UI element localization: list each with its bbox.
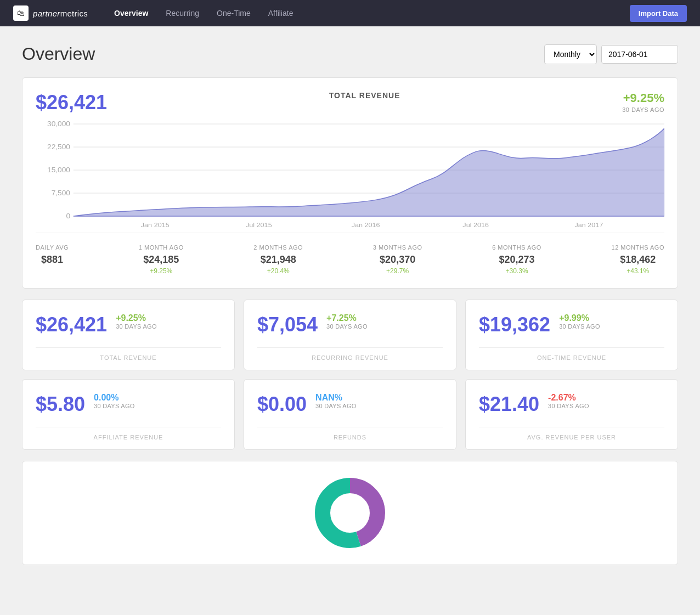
page-content: Overview Monthly Weekly Daily $26,421 TO…: [0, 26, 700, 594]
metric-card-2: $19,362 +9.99% 30 DAYS AGO ONE-TIME REVE…: [465, 300, 678, 370]
chart-svg: 30,000 22,500 15,000 7,500 0 Jan 2015 Ju…: [36, 119, 664, 228]
svg-text:Jan 2016: Jan 2016: [352, 222, 380, 228]
metric-change-label-5: 30 DAYS AGO: [548, 403, 589, 409]
metric-title-2: ONE-TIME REVENUE: [479, 347, 664, 361]
metric-value-4: $0.00: [257, 393, 307, 416]
stat-2mo: 2 MONTHS AGO $21,948 +20.4%: [253, 244, 303, 275]
brand-logo[interactable]: 🛍 partnermetrics: [13, 5, 88, 21]
nav-onetime[interactable]: One-Time: [208, 0, 259, 26]
metric-change-pct-2: +9.99%: [559, 313, 600, 323]
stats-row: DAILY AVG $881 1 MONTH AGO $24,185 +9.25…: [36, 233, 664, 275]
chart-change: +9.25% 30 DAYS AGO: [622, 91, 664, 113]
page-controls: Monthly Weekly Daily: [544, 44, 678, 64]
metric-change-pct-1: +7.25%: [326, 313, 368, 323]
donut-chart: [312, 475, 388, 551]
metric-top-3: $5.80 0.00% 30 DAYS AGO: [36, 393, 221, 416]
chart-title: TOTAL REVENUE: [329, 91, 400, 100]
metric-top-1: $7,054 +7.25% 30 DAYS AGO: [257, 313, 443, 336]
metric-change-2: +9.99% 30 DAYS AGO: [559, 313, 600, 330]
metric-grid: $26,421 +9.25% 30 DAYS AGO TOTAL REVENUE…: [22, 300, 678, 450]
svg-text:Jul 2016: Jul 2016: [462, 222, 489, 228]
import-data-button[interactable]: Import Data: [630, 5, 687, 22]
metric-change-pct-4: NAN%: [315, 393, 357, 403]
chart-change-pct: +9.25%: [622, 91, 664, 105]
brand-icon: 🛍: [13, 5, 29, 21]
metric-change-pct-3: 0.00%: [94, 393, 135, 403]
chart-change-label: 30 DAYS AGO: [622, 106, 664, 113]
svg-text:15,000: 15,000: [47, 166, 70, 174]
metric-change-1: +7.25% 30 DAYS AGO: [326, 313, 368, 330]
metric-change-3: 0.00% 30 DAYS AGO: [94, 393, 135, 409]
page-header: Overview Monthly Weekly Daily: [22, 44, 678, 64]
period-select[interactable]: Monthly Weekly Daily: [544, 44, 597, 64]
stat-1mo: 1 MONTH AGO $24,185 +9.25%: [139, 244, 184, 275]
chart-big-value: $26,421: [36, 91, 107, 114]
navbar: 🛍 partnermetrics Overview Recurring One-…: [0, 0, 700, 26]
metric-value-5: $21.40: [479, 393, 539, 416]
svg-text:Jan 2017: Jan 2017: [575, 222, 603, 228]
date-input[interactable]: [601, 45, 678, 64]
metric-change-0: +9.25% 30 DAYS AGO: [116, 313, 157, 330]
metric-change-label-2: 30 DAYS AGO: [559, 323, 600, 330]
metric-change-label-1: 30 DAYS AGO: [326, 323, 368, 330]
metric-change-pct-5: -2.67%: [548, 393, 589, 403]
metric-card-1: $7,054 +7.25% 30 DAYS AGO RECURRING REVE…: [244, 300, 456, 370]
metric-value-1: $7,054: [257, 313, 318, 336]
stat-daily-avg: DAILY AVG $881: [36, 244, 69, 275]
metric-change-label-0: 30 DAYS AGO: [116, 323, 157, 330]
metric-value-3: $5.80: [36, 393, 85, 416]
metric-top-4: $0.00 NAN% 30 DAYS AGO: [257, 393, 443, 416]
nav-overview[interactable]: Overview: [105, 0, 157, 26]
svg-text:0: 0: [66, 212, 70, 220]
stat-6mo: 6 MONTHS AGO $20,273 +30.3%: [492, 244, 541, 275]
metric-card-0: $26,421 +9.25% 30 DAYS AGO TOTAL REVENUE: [22, 300, 235, 370]
svg-text:Jul 2015: Jul 2015: [246, 222, 272, 228]
metric-top-2: $19,362 +9.99% 30 DAYS AGO: [479, 313, 664, 336]
metric-card-4: $0.00 NAN% 30 DAYS AGO REFUNDS: [244, 379, 456, 450]
metric-change-label-3: 30 DAYS AGO: [94, 403, 135, 409]
metric-card-3: $5.80 0.00% 30 DAYS AGO AFFILIATE REVENU…: [22, 379, 235, 450]
metric-change-pct-0: +9.25%: [116, 313, 157, 323]
svg-text:22,500: 22,500: [47, 143, 70, 151]
stat-3mo: 3 MONTHS AGO $20,370 +29.7%: [373, 244, 422, 275]
nav-links: Overview Recurring One-Time Affiliate: [105, 0, 630, 26]
metric-title-1: RECURRING REVENUE: [257, 347, 443, 361]
metric-value-0: $26,421: [36, 313, 107, 336]
metric-value-2: $19,362: [479, 313, 550, 336]
metric-top-0: $26,421 +9.25% 30 DAYS AGO: [36, 313, 221, 336]
brand-name: partnermetrics: [33, 9, 88, 18]
metric-title-3: AFFILIATE REVENUE: [36, 427, 221, 441]
metric-change-4: NAN% 30 DAYS AGO: [315, 393, 357, 409]
donut-card: [22, 461, 678, 565]
metric-card-5: $21.40 -2.67% 30 DAYS AGO AVG. REVENUE P…: [465, 379, 678, 450]
metric-change-label-4: 30 DAYS AGO: [315, 403, 357, 409]
metric-top-5: $21.40 -2.67% 30 DAYS AGO: [479, 393, 664, 416]
stat-12mo: 12 MONTHS AGO $18,462 +43.1%: [612, 244, 664, 275]
metric-title-5: AVG. REVENUE PER USER: [479, 427, 664, 441]
page-title: Overview: [22, 44, 95, 64]
main-chart-card: $26,421 TOTAL REVENUE +9.25% 30 DAYS AGO…: [22, 77, 678, 289]
metric-change-5: -2.67% 30 DAYS AGO: [548, 393, 589, 409]
svg-text:30,000: 30,000: [47, 120, 70, 128]
metric-title-4: REFUNDS: [257, 427, 443, 441]
svg-text:7,500: 7,500: [52, 189, 70, 197]
chart-header: $26,421 TOTAL REVENUE +9.25% 30 DAYS AGO: [36, 91, 664, 114]
metric-title-0: TOTAL REVENUE: [36, 347, 221, 361]
svg-text:Jan 2015: Jan 2015: [141, 222, 170, 228]
nav-recurring[interactable]: Recurring: [157, 0, 208, 26]
nav-affiliate[interactable]: Affiliate: [259, 0, 302, 26]
